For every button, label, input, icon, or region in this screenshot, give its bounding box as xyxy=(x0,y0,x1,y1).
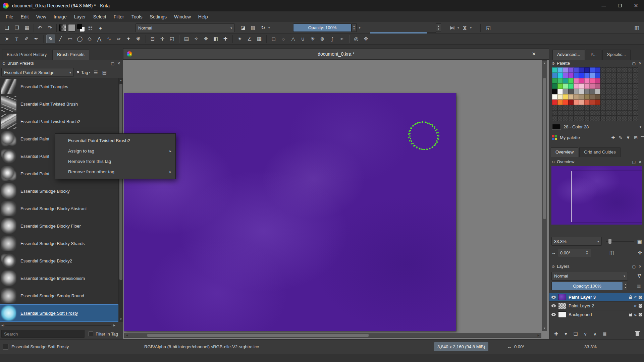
palette-swatch[interactable] xyxy=(574,78,579,83)
maximize-button[interactable]: ❐ xyxy=(612,0,628,11)
palette-swatch[interactable] xyxy=(600,78,606,83)
palette-swatch[interactable] xyxy=(600,73,606,78)
minimize-button[interactable]: — xyxy=(596,0,612,11)
menu-item-window[interactable]: Window xyxy=(170,11,195,22)
layer-visibility-icon[interactable] xyxy=(551,313,556,316)
palette-swatch[interactable] xyxy=(590,67,595,73)
palette-name[interactable]: My palette xyxy=(560,135,580,140)
tool-calligraphy[interactable]: ✒ xyxy=(32,35,41,43)
palette-swatch[interactable] xyxy=(606,110,611,116)
palette-swatch[interactable] xyxy=(552,83,557,89)
palette-swatch[interactable] xyxy=(579,73,584,78)
scroll-up-icon[interactable]: ▲ xyxy=(542,62,547,65)
palette-swatch[interactable] xyxy=(633,116,638,121)
tool-move[interactable]: ✛ xyxy=(158,35,167,43)
palette-swatch[interactable] xyxy=(627,116,633,121)
tab-specific[interactable]: Specific... xyxy=(602,50,631,60)
tool-color-sampler[interactable]: ✧ xyxy=(192,35,201,43)
scroll-down-icon[interactable]: ▼ xyxy=(119,318,123,321)
palette-swatch[interactable] xyxy=(595,83,600,89)
palette-swatch[interactable] xyxy=(633,94,638,100)
opacity-options-icon[interactable]: ▾ xyxy=(359,26,361,29)
palette-swatch[interactable] xyxy=(590,105,595,110)
brush-preset-item[interactable]: Essential Smudge Impressionism xyxy=(0,269,118,287)
palette-view-options-button[interactable]: ⊞ xyxy=(634,135,638,140)
tool-zoom[interactable]: ◎ xyxy=(352,35,361,43)
tab-overview[interactable]: Overview xyxy=(551,147,578,157)
palette-swatch[interactable] xyxy=(568,116,574,121)
palette-swatch[interactable] xyxy=(616,78,622,83)
palette-swatch[interactable] xyxy=(568,73,574,78)
document-close-icon[interactable]: ✕ xyxy=(532,51,545,57)
palette-swatch[interactable] xyxy=(557,110,563,116)
blending-mode-select[interactable]: Normal ▾ xyxy=(136,23,235,32)
palette-swatch[interactable] xyxy=(616,89,622,94)
float-docker-icon[interactable]: ▢ xyxy=(632,61,635,66)
delete-layer-button[interactable] xyxy=(635,331,640,336)
tool-pattern-edit[interactable]: ❖ xyxy=(202,35,210,43)
eraser-mode-icon[interactable]: ◪ xyxy=(239,24,247,32)
palette-swatch[interactable] xyxy=(557,94,563,100)
scrollbar-thumb[interactable] xyxy=(147,334,369,337)
scroll-right-icon[interactable]: ▶ xyxy=(112,324,117,327)
palette-swatch[interactable] xyxy=(552,67,557,73)
palette-swatch[interactable] xyxy=(633,100,638,105)
palette-swatch[interactable] xyxy=(622,110,627,116)
open-document-icon[interactable]: ❒ xyxy=(13,24,21,32)
context-menu-item-remove-from-this-tag[interactable]: Remove from this tag xyxy=(55,156,175,167)
palette-swatch[interactable] xyxy=(557,89,563,94)
palette-swatch[interactable] xyxy=(616,73,622,78)
tool-select-magnetic[interactable]: ≈ xyxy=(337,35,346,43)
tool-assistants[interactable]: ✴ xyxy=(235,35,244,43)
palette-swatch[interactable] xyxy=(627,73,633,78)
context-menu-item-assign-to-tag[interactable]: Assign to tag▸ xyxy=(55,146,175,156)
close-button[interactable]: ✕ xyxy=(628,0,644,11)
zoom-slider-thumb[interactable] xyxy=(608,239,611,244)
float-docker-icon[interactable]: ▢ xyxy=(632,264,635,269)
brush-preset-item[interactable]: Essential Paint Twisted Brush2 xyxy=(0,113,118,130)
palette-swatch[interactable] xyxy=(579,83,584,89)
palette-swatch[interactable] xyxy=(611,105,616,110)
palette-swatch[interactable] xyxy=(633,78,638,83)
palette-swatch[interactable] xyxy=(595,105,600,110)
brush-editor-icon[interactable]: ☷ xyxy=(86,24,95,32)
layer-opacity-spinner[interactable]: ▴ ▾ xyxy=(623,282,628,290)
palette-swatch[interactable] xyxy=(584,89,590,94)
scrollbar-thumb[interactable] xyxy=(543,78,546,219)
layer-blending-mode-select[interactable]: Normal ▾ xyxy=(551,272,628,281)
tool-fill[interactable]: ◧ xyxy=(211,35,220,43)
save-document-icon[interactable]: ▦ xyxy=(23,24,31,32)
palette-swatch[interactable] xyxy=(611,73,616,78)
palette-swatch[interactable] xyxy=(557,100,563,105)
palette-swatch[interactable] xyxy=(595,116,600,121)
close-docker-icon[interactable]: ✕ xyxy=(639,264,642,269)
duplicate-layer-button[interactable]: ❏ xyxy=(573,331,578,337)
scroll-left-icon[interactable]: ◀ xyxy=(0,324,5,327)
float-docker-icon[interactable]: ▢ xyxy=(632,160,635,164)
palette-swatch[interactable] xyxy=(574,100,579,105)
palette-swatch[interactable] xyxy=(633,89,638,94)
tool-dynamic-brush[interactable]: ✦ xyxy=(124,35,133,43)
palette-swatch[interactable] xyxy=(590,100,595,105)
tool-select-contiguous[interactable]: ⊛ xyxy=(318,35,327,43)
palette-swatch[interactable] xyxy=(563,110,568,116)
chevron-down-icon[interactable]: ▾ xyxy=(638,125,641,129)
undo-icon[interactable]: ↶ xyxy=(36,24,44,32)
palette-swatch[interactable] xyxy=(557,105,563,110)
tag-filter-select[interactable]: Essential Paint & Smudge ▾ xyxy=(1,68,74,77)
tab-brush-preset-history[interactable]: Brush Preset History xyxy=(2,50,51,60)
palette-swatch[interactable] xyxy=(584,100,590,105)
tool-reference-images[interactable]: ▦ xyxy=(255,35,264,43)
palette-swatch[interactable] xyxy=(557,116,563,121)
palette-swatch[interactable] xyxy=(579,110,584,116)
palette-swatch[interactable] xyxy=(606,78,611,83)
close-docker-icon[interactable]: ✕ xyxy=(117,61,120,66)
palette-swatch[interactable] xyxy=(611,83,616,89)
menu-item-tools[interactable]: Tools xyxy=(128,11,146,22)
menu-item-edit[interactable]: Edit xyxy=(17,11,33,22)
tool-polygon[interactable]: ◇ xyxy=(85,35,94,43)
palette-swatch[interactable] xyxy=(552,105,557,110)
menu-item-help[interactable]: Help xyxy=(195,11,212,22)
pin-view-icon[interactable]: ✜ xyxy=(638,250,642,256)
layer-row[interactable]: Paint Layer 3α xyxy=(549,293,644,302)
